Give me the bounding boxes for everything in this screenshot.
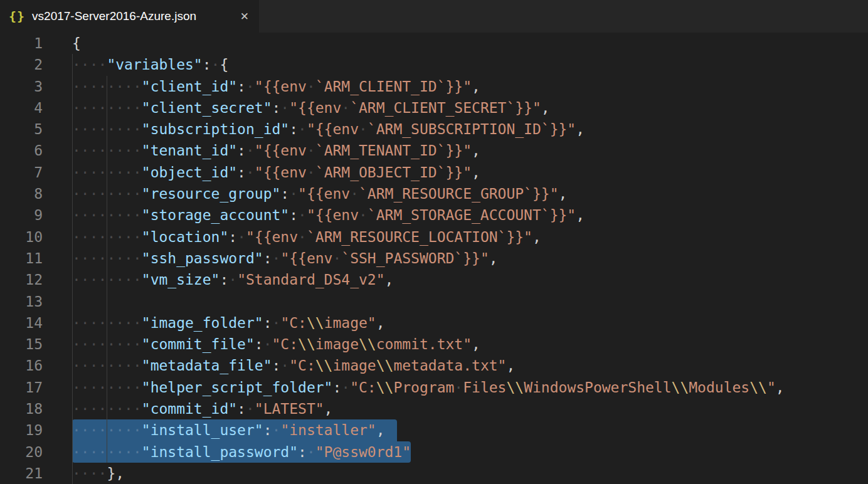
code-text: ········"vm_size":·"Standard_DS4_v2", xyxy=(72,269,393,290)
code-line[interactable]: 6········"tenant_id":·"{{env·`ARM_TENANT… xyxy=(0,140,868,161)
code-line[interactable]: 14········"image_folder":·"C:\\image", xyxy=(0,312,868,334)
code-text: ········"resource_group":·"{{env·`ARM_RE… xyxy=(72,183,567,204)
code-text: { xyxy=(72,33,81,54)
code-line[interactable]: 13 xyxy=(0,291,868,312)
code-line[interactable]: 19········"install_user":·"installer", xyxy=(0,419,868,441)
tab-active[interactable]: {} vs2017-Server2016-Azure.json ✕ xyxy=(0,0,259,33)
code-line[interactable]: 2····"variables":·{ xyxy=(0,54,868,75)
code-line[interactable]: 18········"commit_id":·"LATEST", xyxy=(0,398,868,419)
code-line[interactable]: 10········"location":·"{{env·`ARM_RESOUR… xyxy=(0,226,868,248)
line-number[interactable]: 20 xyxy=(0,441,43,463)
code-line[interactable]: 17········"helper_script_folder":·"C:\\P… xyxy=(0,377,868,398)
line-number[interactable]: 16 xyxy=(0,355,43,376)
tab-title: vs2017-Server2016-Azure.json xyxy=(32,9,233,23)
code-line[interactable]: 4········"client_secret":·"{{env·`ARM_CL… xyxy=(0,97,868,118)
line-number[interactable]: 19 xyxy=(0,419,43,441)
code-line[interactable]: 7········"object_id":·"{{env·`ARM_OBJECT… xyxy=(0,162,868,183)
code-text: ········"metadata_file":·"C:\\image\\met… xyxy=(72,355,515,376)
code-line[interactable]: 21····}, xyxy=(0,463,868,484)
close-icon[interactable]: ✕ xyxy=(240,10,249,23)
code-text: ····"variables":·{ xyxy=(72,54,228,75)
code-text: ········"commit_file":·"C:\\image\\commi… xyxy=(72,334,480,355)
line-number[interactable]: 21 xyxy=(0,463,43,484)
line-number[interactable]: 7 xyxy=(0,162,43,183)
line-number[interactable]: 1 xyxy=(0,33,43,54)
code-line[interactable]: 3········"client_id":·"{{env·`ARM_CLIENT… xyxy=(0,76,868,97)
code-text: ········"location":·"{{env·`ARM_RESOURCE… xyxy=(72,226,541,248)
code-line[interactable]: 15········"commit_file":·"C:\\image\\com… xyxy=(0,334,868,355)
code-text: ········"tenant_id":·"{{env·`ARM_TENANT_… xyxy=(72,140,480,161)
code-line[interactable]: 20········"install_password":·"P@ssw0rd1… xyxy=(0,441,868,463)
code-line[interactable]: 5········"subscription_id":·"{{env·`ARM_… xyxy=(0,118,868,140)
code-text: ········"storage_account":·"{{env·`ARM_S… xyxy=(72,204,585,226)
code-text: ········"helper_script_folder":·"C:\\Pro… xyxy=(72,377,785,398)
code-text: ········"ssh_password":·"{{env·`SSH_PASS… xyxy=(72,248,498,269)
code-line[interactable]: 12········"vm_size":·"Standard_DS4_v2", xyxy=(0,269,868,290)
line-number[interactable]: 13 xyxy=(0,291,43,312)
code-text: ········"install_user":·"installer", xyxy=(72,419,385,441)
code-text: ····}, xyxy=(72,463,124,484)
code-text: ········"subscription_id":·"{{env·`ARM_S… xyxy=(72,118,585,140)
code-line[interactable]: 16········"metadata_file":·"C:\\image\\m… xyxy=(0,355,868,376)
line-number[interactable]: 2 xyxy=(0,54,43,75)
line-number[interactable]: 10 xyxy=(0,226,43,248)
code-text: ········"client_id":·"{{env·`ARM_CLIENT_… xyxy=(72,76,480,97)
line-number[interactable]: 14 xyxy=(0,312,43,334)
line-number[interactable]: 8 xyxy=(0,183,43,204)
line-number[interactable]: 4 xyxy=(0,97,43,118)
code-text: ········"commit_id":·"LATEST", xyxy=(72,398,332,419)
code-text: ········"image_folder":·"C:\\image", xyxy=(72,312,385,334)
line-number[interactable]: 17 xyxy=(0,377,43,398)
line-number[interactable]: 15 xyxy=(0,334,43,355)
line-number[interactable]: 11 xyxy=(0,248,43,269)
line-number[interactable]: 12 xyxy=(0,269,43,290)
code-line[interactable]: 11········"ssh_password":·"{{env·`SSH_PA… xyxy=(0,248,868,269)
line-number[interactable]: 9 xyxy=(0,204,43,226)
vscode-window: {} vs2017-Server2016-Azure.json ✕ 1{2···… xyxy=(0,0,868,484)
code-line[interactable]: 8········"resource_group":·"{{env·`ARM_R… xyxy=(0,183,868,204)
code-line[interactable]: 9········"storage_account":·"{{env·`ARM_… xyxy=(0,204,868,226)
line-number[interactable]: 3 xyxy=(0,76,43,97)
code-lines: 1{2····"variables":·{3········"client_id… xyxy=(0,33,868,484)
code-text: ········"object_id":·"{{env·`ARM_OBJECT_… xyxy=(72,162,480,183)
tab-bar: {} vs2017-Server2016-Azure.json ✕ xyxy=(0,0,868,33)
line-number[interactable]: 18 xyxy=(0,398,43,419)
line-number[interactable]: 5 xyxy=(0,118,43,140)
editor[interactable]: 1{2····"variables":·{3········"client_id… xyxy=(0,33,868,484)
json-file-icon: {} xyxy=(9,9,25,24)
code-line[interactable]: 1{ xyxy=(0,33,868,54)
code-text: ········"client_secret":·"{{env·`ARM_CLI… xyxy=(72,97,550,118)
code-text: ········"install_password":·"P@ssw0rd1" xyxy=(72,441,411,463)
line-number[interactable]: 6 xyxy=(0,140,43,161)
